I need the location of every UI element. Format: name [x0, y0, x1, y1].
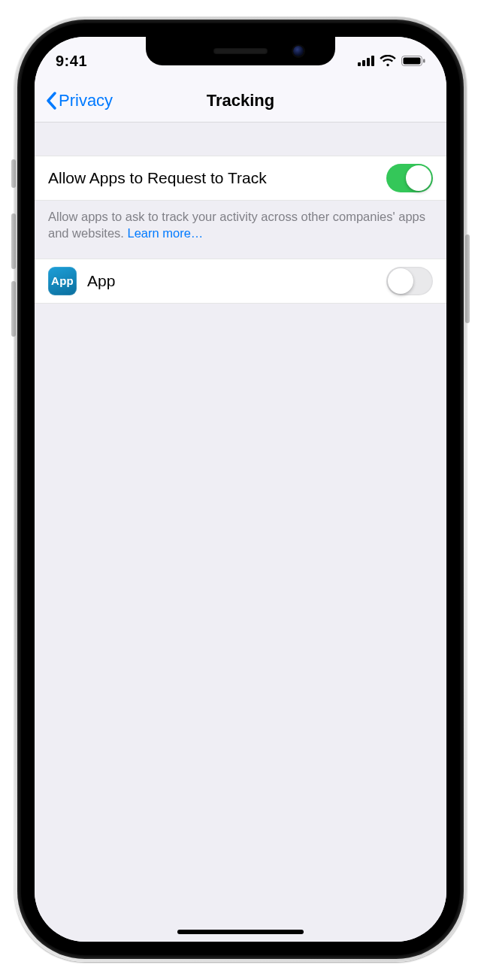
back-button[interactable]: Privacy: [41, 79, 117, 122]
silence-switch: [11, 159, 16, 188]
notch: [146, 37, 335, 65]
app-name-label: App: [87, 272, 386, 290]
svg-rect-6: [423, 59, 425, 63]
screen: 9:41: [35, 37, 446, 942]
allow-tracking-footer: Allow apps to ask to track your activity…: [35, 201, 446, 259]
app-tracking-cell: App App: [35, 259, 446, 304]
allow-tracking-toggle[interactable]: [386, 164, 433, 192]
footer-text: Allow apps to ask to track your activity…: [48, 210, 425, 240]
status-time: 9:41: [56, 53, 87, 70]
svg-rect-5: [404, 58, 421, 65]
back-label: Privacy: [59, 91, 113, 110]
allow-tracking-label: Allow Apps to Request to Track: [48, 169, 386, 187]
learn-more-link[interactable]: Learn more…: [127, 226, 203, 240]
app-tracking-toggle[interactable]: [386, 267, 433, 295]
page-title: Tracking: [207, 91, 274, 110]
svg-rect-1: [362, 60, 365, 66]
volume-down-button: [11, 281, 16, 337]
navigation-bar: Privacy Tracking: [35, 79, 446, 122]
power-button: [465, 234, 470, 323]
home-indicator[interactable]: [177, 930, 304, 934]
svg-rect-0: [358, 62, 361, 66]
svg-rect-3: [371, 56, 374, 66]
wifi-icon: [380, 55, 396, 67]
cellular-icon: [358, 56, 374, 66]
speaker-grille: [213, 48, 268, 54]
toggle-knob: [406, 165, 431, 191]
battery-icon: [401, 56, 425, 66]
chevron-left-icon: [45, 92, 57, 110]
svg-rect-2: [367, 58, 370, 66]
allow-tracking-cell: Allow Apps to Request to Track: [35, 156, 446, 201]
content-area: Allow Apps to Request to Track Allow app…: [35, 122, 446, 942]
toggle-knob: [388, 268, 413, 294]
volume-up-button: [11, 213, 16, 269]
app-icon: App: [48, 267, 77, 295]
device-frame: 9:41: [14, 17, 467, 962]
front-camera: [293, 46, 304, 56]
